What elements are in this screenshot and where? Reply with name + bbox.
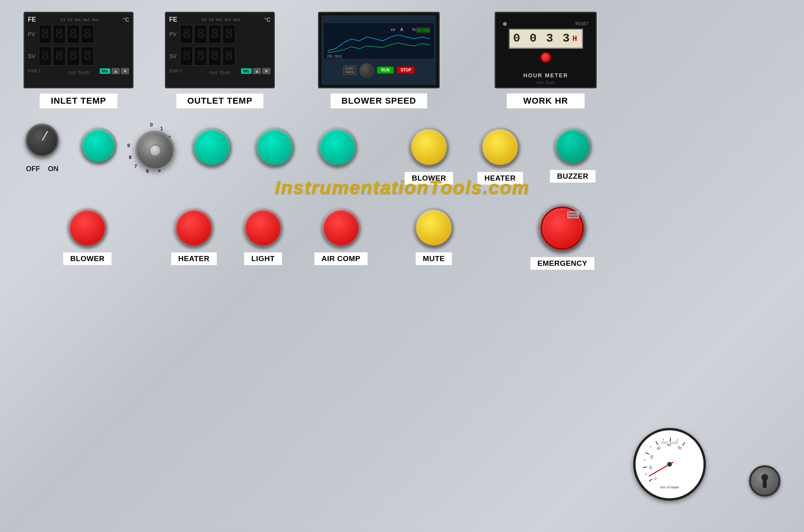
svg-line-19 (645, 474, 647, 475)
blower-btn-area: BLOWER (63, 208, 112, 265)
inst-tools-mark-1: Inst Tools (68, 69, 89, 75)
light-btn-ring (243, 208, 283, 247)
buzzer-label: BUZZER (550, 170, 596, 183)
pxr-up-btn-1[interactable]: ▲ (111, 68, 120, 74)
blower-speed-label: BLOWER SPEED (330, 93, 428, 109)
outlet-temp-label: OUTLET TEMP (176, 93, 264, 109)
svg-text:A: A (400, 27, 403, 32)
power-switch-area: OFF ON (26, 124, 59, 173)
instruments-row: FE C1 C2 AL1 AL2 AL3 °C PV (24, 12, 597, 109)
pxr-sel-btn-2[interactable]: SEL (241, 68, 252, 74)
teal-button-2[interactable] (257, 130, 292, 165)
green-indicator-ring (80, 128, 117, 164)
svg-point-25 (667, 462, 672, 467)
heater-button[interactable] (176, 210, 212, 245)
hour-meter-reading: 0 0 3 3 (513, 32, 571, 45)
teal-btn-1-ring (192, 128, 232, 167)
svg-text:PRG.MODE: PRG.MODE (327, 55, 342, 59)
power-rotary-switch[interactable] (26, 124, 59, 157)
svg-text:50: 50 (677, 445, 682, 451)
on-label: ON (48, 165, 58, 173)
pxr-down-btn-2[interactable]: ▼ (262, 68, 270, 74)
svg-text:Inst Tools: Inst Tools (661, 441, 678, 445)
light-btn-area: LIGHT (243, 208, 283, 265)
power-on-indicator[interactable] (82, 130, 115, 162)
blower-run-btn[interactable]: RUN (377, 66, 394, 74)
work-hr-group: RESET 0 0 3 3 H HOUR METER Inst Tools WO… (495, 12, 597, 109)
outlet-temp-group: FE C1 C2 AL1 AL2 AL3 °C PV (165, 12, 275, 109)
buzzer-button[interactable] (556, 130, 590, 163)
svg-line-20 (643, 460, 646, 460)
reset-label: RESET (576, 22, 588, 26)
buzzer-area: BUZZER (550, 128, 596, 183)
outlet-temp-display: FE C1 C2 AL1 AL2 AL3 °C PV (165, 12, 275, 88)
teal-btn-2-ring (255, 128, 294, 167)
heater-indicator[interactable] (482, 130, 518, 165)
hour-meter-dot (503, 22, 507, 26)
teal-button-3[interactable] (320, 130, 355, 165)
pxr-sv-display-1 (39, 47, 94, 66)
pxr-pv-display-1 (39, 25, 94, 44)
light-button[interactable] (245, 210, 281, 245)
svg-text:30: 30 (656, 446, 661, 451)
mute-button[interactable] (416, 210, 451, 245)
selector-knob-area: 0 1 2 3 4 5 6 7 8 9 (126, 121, 185, 180)
off-label: OFF (26, 165, 40, 173)
teal-btn-3-area (318, 128, 357, 167)
svg-text:20: 20 (649, 454, 654, 459)
teal-button-1[interactable] (194, 130, 230, 165)
air-comp-btn-area: AIR COMP (314, 208, 368, 265)
control-panel: FE C1 C2 AL1 AL2 AL3 °C PV (0, 0, 804, 532)
emergency-button[interactable]: SafetyControl (541, 207, 584, 250)
knob-center (149, 144, 161, 156)
pxr-down-btn-1[interactable]: ▼ (121, 68, 129, 74)
pxr-model-2: PXR-7 (169, 69, 182, 73)
inst-tools-mark-2: Inst Tools (209, 69, 230, 75)
heater-indicator-ring (481, 128, 520, 167)
teal-btn-1-area (192, 128, 232, 167)
svg-line-11 (645, 453, 649, 454)
emergency-ring: SafetyControl (538, 204, 586, 252)
pressure-gauge: 0 10 20 30 40 50 (633, 428, 706, 501)
blower-func-btn[interactable]: FUNCDATA (343, 66, 356, 75)
inlet-temp-display: FE C1 C2 AL1 AL2 AL3 °C PV (24, 12, 133, 88)
svg-text:0: 0 (653, 477, 658, 481)
emergency-btn-area: SafetyControl EMERGENCY (530, 204, 595, 270)
svg-text:mm of water: mm of water (660, 485, 680, 489)
power-indicator-area (80, 128, 117, 164)
pxr-sel-btn-1[interactable]: SEL (100, 68, 111, 74)
svg-line-7 (649, 479, 652, 481)
svg-line-21 (650, 446, 652, 448)
work-hr-label: WORK HR (506, 93, 585, 109)
blower-indicator-ring (409, 128, 449, 167)
hour-meter-label: HOUR METER (523, 72, 568, 79)
air-comp-btn-label: AIR COMP (314, 252, 368, 265)
gauge-svg: 0 10 20 30 40 50 (636, 430, 704, 498)
heater-btn-area: HEATER (171, 208, 217, 265)
mute-btn-area: MUTE (414, 208, 453, 265)
pxr-pv-display-2 (180, 25, 235, 44)
gauge-area: 0 10 20 30 40 50 (633, 428, 706, 501)
light-btn-label: LIGHT (244, 252, 282, 265)
teal-btn-2-area (255, 128, 294, 167)
inlet-temp-group: FE C1 C2 AL1 AL2 AL3 °C PV (24, 12, 133, 109)
svg-text:10: 10 (649, 466, 653, 470)
blower-knob[interactable] (360, 63, 374, 77)
buzzer-ring (554, 128, 592, 165)
svg-text:kW: kW (391, 28, 395, 32)
keyhole[interactable] (749, 465, 780, 497)
blower-stop-btn[interactable]: STOP (397, 66, 415, 74)
air-comp-btn-ring (322, 208, 361, 247)
blower-btn-label: BLOWER (63, 252, 112, 265)
heater-btn-label: HEATER (171, 252, 217, 265)
blower-speed-group: Hz A kW PRG.MODE KEYPAD FUNCDATA RUN STO… (318, 12, 440, 109)
emergency-btn-label: EMERGENCY (530, 257, 595, 270)
selector-knob[interactable] (135, 131, 175, 170)
heater-btn-ring (174, 208, 214, 247)
air-comp-button[interactable] (323, 210, 359, 245)
mute-btn-ring (414, 208, 453, 247)
mute-btn-label: MUTE (415, 252, 452, 265)
blower-button[interactable] (70, 210, 105, 245)
blower-indicator[interactable] (411, 130, 447, 165)
pxr-up-btn-2[interactable]: ▲ (253, 68, 261, 74)
